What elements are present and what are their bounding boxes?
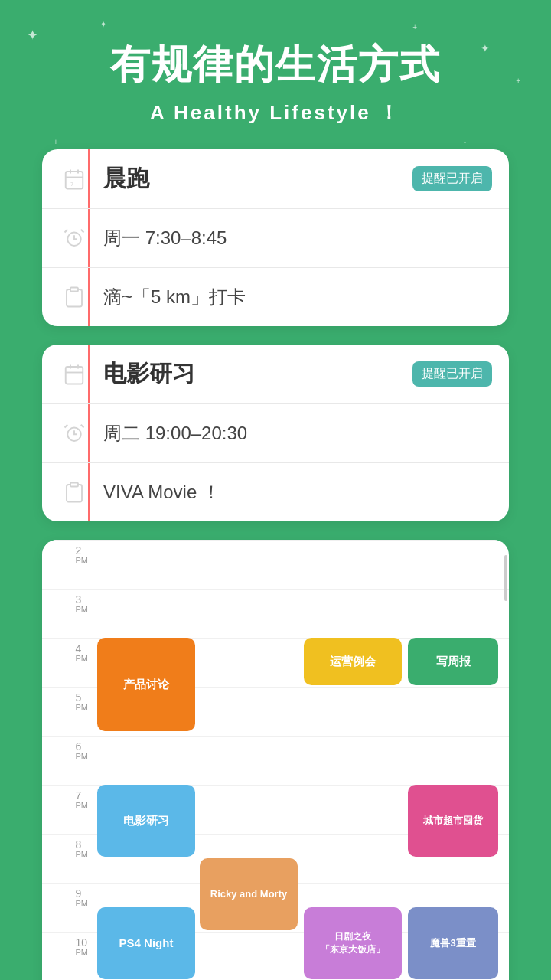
event-ricky-morty[interactable]: Ricky and Morty — [200, 858, 298, 930]
svg-line-15 — [81, 425, 84, 428]
event-japan-drama[interactable]: 日剧之夜 「东京大饭店」 — [304, 907, 402, 979]
card-title-text: 晨跑 — [103, 163, 412, 194]
cal-columns-container: 产品讨论 运营例会 写周报 电影研习 城市超市囤货 Ricky and Mort… — [94, 540, 509, 980]
main-title: 有规律的生活方式 — [31, 38, 520, 92]
card-time-text-2: 周二 19:00–20:30 — [103, 421, 247, 446]
svg-rect-16 — [70, 483, 78, 487]
scroll-indicator — [504, 555, 507, 601]
svg-text:7: 7 — [70, 180, 73, 187]
time-slot-6pm: 6PM — [42, 736, 94, 785]
movie-study-card: 电影研习 提醒已开启 周二 19:00–20:30 VIVA Movie ！ — [42, 345, 509, 521]
reminder-badge-2: 提醒已开启 — [412, 361, 492, 387]
event-wow[interactable]: 魔兽3重置 — [408, 907, 498, 979]
svg-rect-0 — [66, 172, 83, 189]
svg-line-7 — [81, 230, 84, 233]
main-subtitle: A Healthy Lifestyle ！ — [31, 100, 520, 126]
time-slot-3pm: 3PM — [42, 589, 94, 638]
event-operations[interactable]: 运营例会 — [304, 638, 402, 685]
card-time-row: 周一 7:30–8:45 — [42, 209, 509, 268]
time-slot-8pm: 8PM — [42, 834, 94, 883]
svg-rect-8 — [70, 288, 78, 292]
alarm-icon — [59, 223, 90, 253]
time-slot-5pm: 5PM — [42, 687, 94, 736]
clipboard-icon-2 — [59, 477, 90, 508]
alarm-icon-2 — [59, 418, 90, 449]
calendar-icon-2 — [59, 359, 90, 390]
event-product-discuss[interactable]: 产品讨论 — [97, 638, 195, 731]
svg-line-14 — [65, 425, 68, 428]
clipboard-icon — [59, 282, 90, 312]
time-slot-4pm: 4PM — [42, 638, 94, 687]
card-time-row-2: 周二 19:00–20:30 — [42, 404, 509, 463]
event-movie-study-cal[interactable]: 电影研习 — [97, 785, 195, 857]
card-note-text: 滴~「5 km」打卡 — [103, 285, 246, 309]
event-weekly-report[interactable]: 写周报 — [408, 638, 498, 685]
card-title-row: 7 晨跑 提醒已开启 — [42, 149, 509, 209]
event-ps4[interactable]: PS4 Night — [97, 907, 195, 979]
event-supermarket[interactable]: 城市超市囤货 — [408, 785, 498, 857]
card-note-row: 滴~「5 km」打卡 — [42, 268, 509, 326]
time-slot-9pm: 9PM — [42, 883, 94, 932]
reminder-badge: 提醒已开启 — [412, 166, 492, 191]
card-time-text: 周一 7:30–8:45 — [103, 226, 227, 250]
card-title-container-2: 电影研习 提醒已开启 — [103, 358, 492, 390]
time-slot-7pm: 7PM — [42, 785, 94, 834]
card-title-text-2: 电影研习 — [103, 358, 412, 390]
time-slot-2pm: 2PM — [42, 540, 94, 589]
calendar-icon: 7 — [59, 164, 90, 194]
morning-run-card: 7 晨跑 提醒已开启 周一 7:30–8:45 滴~「5 km」打卡 — [42, 149, 509, 326]
time-slot-10pm: 10PM — [42, 932, 94, 980]
card-note-text-2: VIVA Movie ！ — [103, 480, 220, 505]
svg-line-6 — [65, 230, 68, 233]
calendar-section: 2PM 3PM 4PM 5PM 6PM 7PM 8PM 9PM — [42, 540, 509, 980]
time-labels: 2PM 3PM 4PM 5PM 6PM 7PM 8PM 9PM — [42, 540, 94, 980]
calendar-grid: 2PM 3PM 4PM 5PM 6PM 7PM 8PM 9PM — [42, 540, 509, 980]
card-note-row-2: VIVA Movie ！ — [42, 463, 509, 521]
svg-rect-9 — [66, 367, 83, 384]
card-title-row-2: 电影研习 提醒已开启 — [42, 345, 509, 404]
card-title-container: 晨跑 提醒已开启 — [103, 163, 492, 194]
header: 有规律的生活方式 A Healthy Lifestyle ！ — [0, 0, 551, 149]
